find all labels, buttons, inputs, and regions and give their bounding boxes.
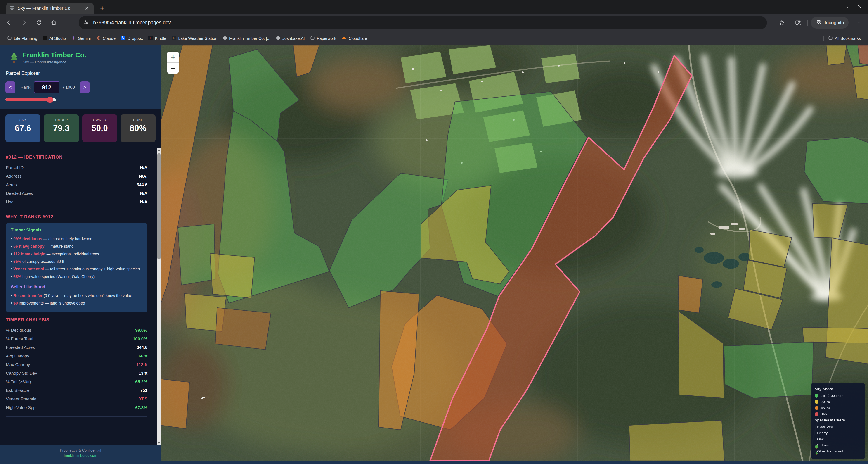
species-legend-item: Hickory [815,443,861,447]
timber-analysis-heading: TIMBER ANALYSIS [6,317,147,322]
bookmark-label: Life Planning [14,36,37,41]
row-value: 344.6 [136,345,147,350]
rank-input[interactable] [34,81,59,93]
map-canvas[interactable] [161,45,868,461]
url-bar[interactable]: b7989f54.franklin-timber.pages.dev [79,16,767,29]
scrollbar-up-icon[interactable] [157,148,161,152]
bookmark-label: Franklin Timber Co. |... [229,36,271,41]
rank-slider-knob[interactable] [47,96,53,103]
bookmark-item[interactable]: JoshLake.AI [273,34,308,43]
legend-label: Other Hardwood [817,449,843,453]
data-row: Avg Canopy66 ft [6,352,147,360]
explorer-title: Parcel Explorer [5,70,156,76]
map-legend: Sky Score 75+ (Top Tier)70-7565-70<65 Sp… [811,383,865,459]
score-card-value: 80% [121,123,156,133]
tab-close-icon[interactable] [83,4,90,12]
score-card-conf: CONF80% [121,114,156,142]
window-close-button[interactable] [853,0,866,13]
bookmark-item[interactable]: Cloudflare [339,34,370,43]
bookmark-item[interactable]: Life Planning [4,34,40,43]
score-dot-icon [815,400,818,404]
row-label: % Deciduous [6,328,31,333]
parcel-explorer-sidebar: Franklin Timber Co. Sky — Parcel Intelli… [0,45,161,445]
row-label: Acres [6,182,17,187]
bookmark-item[interactable]: AI Studio [40,34,68,43]
bookmark-item[interactable]: Paperwork [308,34,339,43]
row-label: Forested Acres [6,345,35,350]
globe-icon [223,36,227,41]
scrollbar-thumb[interactable] [157,153,160,260]
data-row: % Tall (>60ft)65.2% [6,378,147,386]
all-bookmarks-button[interactable]: All Bookmarks [826,34,864,43]
sidebar-scrollbar[interactable] [157,148,161,445]
window-restore-button[interactable] [840,0,853,13]
sky-score-legend-item: 70-75 [815,400,861,404]
score-card-label: TIMBER [44,118,79,122]
claude-icon [96,36,101,41]
species-legend-item: Black Walnut [815,425,861,429]
bookmark-label: JoshLake.AI [282,36,305,41]
kindle-icon: k [148,36,153,41]
row-label: Avg Canopy [6,354,29,358]
data-row: High-Value Spp67.8% [6,403,147,412]
row-value: N/A [140,200,147,204]
row-label: Use [6,200,13,204]
scrollbar-down-icon[interactable] [157,441,161,445]
rank-slider[interactable] [5,98,56,101]
bookmark-label: Cloudflare [349,36,367,41]
tab-title: Sky — Franklin Timber Co. [18,6,83,11]
tab-search-icon[interactable] [792,17,804,29]
back-icon[interactable] [3,17,15,29]
section-divider [6,416,147,417]
sidebar-scroll-area[interactable]: #912 — IDENTIFICATION Parcel IDN/AAddres… [0,148,157,445]
row-value: 13 ft [138,371,147,376]
bookmark-item[interactable]: Gemini [68,34,93,43]
bookmark-item[interactable]: Lake Weather Station [169,34,220,43]
score-cards: SKY67.6TIMBER79.3OWNER50.0CONF80% [0,109,161,148]
zoom-out-button[interactable]: − [167,63,179,74]
home-icon[interactable] [48,17,60,29]
score-card-label: OWNER [82,118,117,122]
reload-icon[interactable] [33,17,45,29]
folder-icon [7,36,12,41]
legend-label: 75+ (Top Tier) [821,394,843,398]
bookmark-item[interactable]: kKindle [146,34,169,43]
signal-bullet: • Veneer potential — tall trees + contin… [11,266,143,272]
window-minimize-button[interactable] [827,0,840,13]
browser-tab[interactable]: Sky — Franklin Timber Co. [6,3,94,13]
rank-next-button[interactable]: > [80,82,90,93]
row-label: Address [6,174,22,179]
row-label: Canopy Std Dev [6,371,37,376]
bookmarks-bar: Life PlanningAI StudioGeminiClaudeDropbo… [0,32,868,45]
new-tab-button[interactable]: + [98,4,107,13]
dropbox-icon [121,36,125,41]
bookmark-item[interactable]: Franklin Timber Co. |... [220,34,273,43]
site-settings-icon[interactable] [83,19,89,26]
legend-label: Oak [817,437,824,441]
forward-icon[interactable] [18,17,30,29]
why-ranks-card: Timber Signals • 99% deciduous — almost … [6,223,147,312]
timber-signals-title: Timber Signals [11,228,143,233]
row-label: % Tall (>60ft) [6,379,31,384]
bookmark-star-icon[interactable] [776,17,788,29]
browser-titlebar: Sky — Franklin Timber Co. + [0,0,868,13]
cloudflare-icon [342,36,347,41]
bookmark-label: Kindle [155,36,166,41]
menu-dots-icon[interactable] [853,17,865,29]
parcel-map[interactable]: + − Sky Score 75+ (Top Tier)70-7565-70<6… [161,45,868,461]
aistudio-icon [43,36,47,41]
species-markers-legend-title: Species Markers [815,418,861,423]
score-card-label: SKY [5,118,40,122]
rank-total: / 1000 [63,85,75,90]
data-row: Parcel IDN/A [6,163,147,172]
sky-score-legend-item: 75+ (Top Tier) [815,394,861,398]
footer-website-link[interactable]: franklintimberco.com [0,454,161,458]
score-dot-icon [815,412,818,416]
rank-prev-button[interactable]: < [5,82,16,93]
bookmarks-separator [823,35,824,41]
zoom-in-button[interactable]: + [167,52,179,62]
bookmark-item[interactable]: Claude [93,34,118,43]
incognito-icon [815,19,822,27]
score-card-timber: TIMBER79.3 [44,114,79,142]
bookmark-item[interactable]: Dropbox [118,34,146,43]
